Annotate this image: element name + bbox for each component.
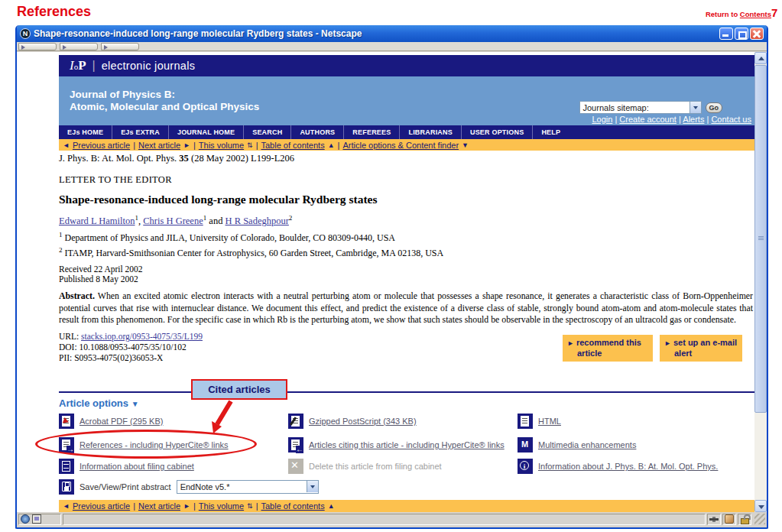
toolbar-grippy-1[interactable] xyxy=(18,43,57,50)
go-button[interactable]: Go xyxy=(706,102,723,113)
article-nav-bar-top: ◄ Previous article | Next article ► | Th… xyxy=(59,139,754,151)
author-link-sadeghpour[interactable]: H R Sadeghpour xyxy=(226,216,289,226)
nav-help[interactable]: HELP xyxy=(533,125,569,139)
main-navbar: EJs HOME EJs EXTRA JOURNAL HOME SEARCH A… xyxy=(59,125,754,139)
received-date: Received 22 April 2002 xyxy=(59,264,143,274)
table-of-contents-link[interactable]: Table of contents xyxy=(261,141,325,150)
title-bar[interactable]: N Shape-resonance-induced long-range mol… xyxy=(17,25,767,42)
previous-article-link[interactable]: Previous article xyxy=(73,141,130,150)
next-arrow-icon: ► xyxy=(183,141,190,149)
nav-journal-home[interactable]: JOURNAL HOME xyxy=(169,125,244,139)
save-view-print-label: Save/View/Print abstract xyxy=(79,482,171,491)
toc-arrow-icon: ▲ xyxy=(328,141,335,149)
next-article-link[interactable]: Next article xyxy=(138,501,180,511)
filing-cabinet-info-link[interactable]: Information about filing cabinet xyxy=(79,462,194,471)
nav-ejs-extra[interactable]: EJs EXTRA xyxy=(112,125,169,139)
this-volume-link[interactable]: This volume xyxy=(199,501,244,511)
citation-line: J. Phys. B: At. Mol. Opt. Phys. 35 (28 M… xyxy=(59,153,294,164)
journals-sitemap-select[interactable]: Journals sitemap: xyxy=(579,101,702,114)
vertical-scrollbar[interactable] xyxy=(754,52,767,512)
next-article-link[interactable]: Next article xyxy=(138,141,180,150)
online-status-cell xyxy=(707,514,721,525)
article-title: Shape-resonance-induced long-range molec… xyxy=(59,193,378,206)
nav-librarians[interactable]: LIBRARIANS xyxy=(400,125,462,139)
html-link[interactable]: HTML xyxy=(538,417,561,426)
author-link-hamilton[interactable]: Edward L Hamilton xyxy=(59,216,135,226)
nav-authors[interactable]: AUTHORS xyxy=(291,125,344,139)
journal-title: Journal of Physics B: Atomic, Molecular … xyxy=(70,89,259,113)
restore-button[interactable] xyxy=(735,28,748,40)
collapsed-toolbars xyxy=(17,42,767,51)
articles-citing-link[interactable]: Articles citing this article - including… xyxy=(309,440,505,449)
options-arrow-icon: ▼ xyxy=(131,400,139,408)
annotation-arrow xyxy=(199,400,254,438)
bullet-icon: ► xyxy=(664,339,671,347)
account-links: Login | Create account | Alerts | Contac… xyxy=(592,115,751,124)
multimedia-enhancements-link[interactable]: Multimedia enhancements xyxy=(538,440,636,449)
return-to-contents: Return to Contents xyxy=(706,10,771,18)
email-alert-button[interactable]: ►set up an e-mail alert xyxy=(660,335,742,362)
html-icon xyxy=(518,414,533,429)
scroll-up-button[interactable] xyxy=(754,52,767,64)
scrollbar-thumb[interactable] xyxy=(754,65,767,413)
affiliation-1: 1 Department of Physics and JILA, Univer… xyxy=(59,231,395,244)
minimize-button[interactable] xyxy=(719,28,733,40)
nav-search[interactable]: SEARCH xyxy=(244,125,291,139)
export-format-select[interactable]: EndNote v5.* xyxy=(177,480,319,494)
login-link[interactable]: Login xyxy=(592,115,612,124)
close-button[interactable] xyxy=(750,28,764,40)
gzipped-postscript-link[interactable]: Gzipped PostScript (343 KB) xyxy=(309,417,417,426)
delete-from-filing-label: Delete this article from filing cabinet xyxy=(309,462,442,471)
acrobat-pdf-link[interactable]: Acrobat PDF (295 KB) xyxy=(79,417,163,426)
prev-arrow-icon: ◄ xyxy=(63,502,70,510)
window-resize-grip[interactable] xyxy=(754,514,765,524)
author-link-greene[interactable]: Chris H Greene xyxy=(143,216,203,226)
authors-line: Edward L Hamilton1, Chris H Greene1 and … xyxy=(59,214,292,227)
nav-referees[interactable]: REFEREES xyxy=(344,125,400,139)
url-line: URL: stacks.iop.org/0953-4075/35/L199 xyxy=(59,332,203,341)
recommend-article-button[interactable]: ►recommend this article xyxy=(563,335,653,362)
prev-arrow-icon: ◄ xyxy=(63,141,70,149)
toolbar-grippy-3[interactable] xyxy=(101,43,139,50)
dropdown-arrow-icon[interactable] xyxy=(690,102,701,113)
journal-info-link[interactable]: Information about J. Phys. B: At. Mol. O… xyxy=(538,462,718,471)
bullet-icon: ► xyxy=(567,339,574,347)
create-account-link[interactable]: Create account xyxy=(619,115,677,124)
browser-window: N Shape-resonance-induced long-range mol… xyxy=(15,25,768,529)
security-padlock-icon[interactable] xyxy=(740,514,749,524)
stacks-url-link[interactable]: stacks.iop.org/0953-4075/35/L199 xyxy=(81,332,203,341)
connection-plug-icon[interactable] xyxy=(709,514,719,524)
pii-line: PII: S0953-4075(02)36053-X xyxy=(59,353,163,362)
table-of-contents-link[interactable]: Table of contents xyxy=(261,501,325,511)
nav-user-options[interactable]: USER OPTIONS xyxy=(462,125,533,139)
affiliation-2: 2 ITAMP, Harvard-Smithsonian Center for … xyxy=(59,246,443,259)
this-volume-link[interactable]: This volume xyxy=(199,141,244,150)
return-prefix: Return to xyxy=(706,10,738,18)
article-options-finder-link[interactable]: Article options & Content finder xyxy=(342,141,459,150)
postscript-icon xyxy=(288,414,303,429)
contents-link[interactable]: Contents xyxy=(740,10,771,18)
delete-filing-icon: ✕ xyxy=(288,459,303,474)
component-icon[interactable] xyxy=(32,514,41,524)
article-options-heading[interactable]: Article options ▼ xyxy=(59,397,139,409)
filing-cabinet-icon xyxy=(59,459,74,474)
dropdown-arrow-icon[interactable] xyxy=(307,481,318,492)
toolbar-grippy-2[interactable] xyxy=(60,43,98,50)
volume-arrow-icon: ⇅ xyxy=(247,502,253,510)
section-divider xyxy=(59,391,754,393)
composer-icon[interactable] xyxy=(725,514,734,524)
alerts-link[interactable]: Alerts xyxy=(683,115,704,124)
netscape-status-icon[interactable] xyxy=(21,514,30,524)
contact-us-link[interactable]: Contact us xyxy=(711,115,751,124)
netscape-icon: N xyxy=(20,28,31,39)
previous-article-link[interactable]: Previous article xyxy=(73,501,130,511)
citing-articles-icon: ← xyxy=(288,437,303,453)
page-title: References xyxy=(17,4,91,20)
scroll-down-button[interactable] xyxy=(754,500,767,512)
iop-masthead: IoP | electronic journals xyxy=(59,55,754,76)
abstract: Abstract. When an excited atomic electro… xyxy=(59,290,753,326)
journal-banner: Journal of Physics B: Atomic, Molecular … xyxy=(59,76,754,125)
journal-info-icon: i xyxy=(518,459,533,474)
nav-ejs-home[interactable]: EJs HOME xyxy=(59,125,112,139)
page-viewport: IoP | electronic journals Journal of Phy… xyxy=(17,52,754,512)
